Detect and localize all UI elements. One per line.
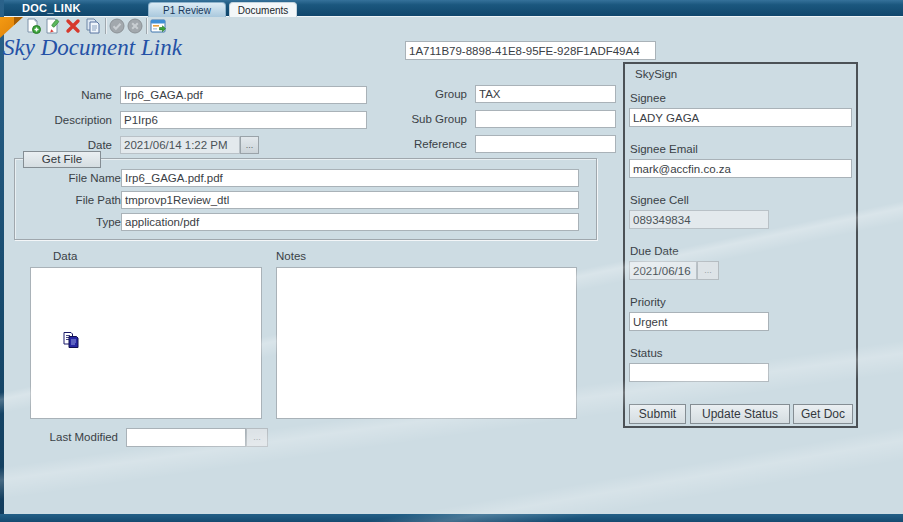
due-date-input[interactable] (629, 261, 697, 280)
tab-p1-review[interactable]: P1 Review (148, 2, 226, 17)
description-input[interactable] (120, 111, 367, 129)
submit-button[interactable]: Submit (629, 404, 686, 424)
add-document-icon[interactable] (25, 18, 41, 34)
sub-group-input[interactable] (475, 110, 616, 128)
status-input[interactable] (629, 363, 769, 382)
form-viewer-icon[interactable] (150, 18, 166, 34)
signee-cell-label: Signee Cell (630, 194, 689, 206)
notes-box[interactable] (276, 267, 577, 419)
get-doc-button[interactable]: Get Doc (793, 404, 853, 424)
last-modified-label: Last Modified (36, 431, 118, 443)
description-label: Description (30, 114, 112, 126)
priority-label: Priority (630, 296, 666, 308)
tab-documents[interactable]: Documents (229, 2, 297, 17)
date-input[interactable] (120, 136, 240, 154)
name-label: Name (30, 89, 112, 101)
file-name-input[interactable] (121, 169, 579, 187)
copy-document-icon[interactable] (85, 18, 101, 34)
data-label: Data (53, 250, 77, 262)
file-path-input[interactable] (121, 191, 579, 209)
page-title: Sky Document Link (3, 35, 182, 61)
reference-label: Reference (387, 138, 467, 150)
toolbar-separator (105, 18, 106, 34)
signee-email-input[interactable] (629, 159, 852, 178)
copy-pages-icon (63, 332, 80, 352)
reference-input[interactable] (475, 135, 616, 153)
doc-link-window: DOC_LINK P1 Review Documents (0, 0, 903, 522)
toolbar-separator (146, 18, 147, 34)
group-label: Group (387, 88, 467, 100)
signee-input[interactable] (629, 108, 852, 127)
file-path-label: File Path (39, 194, 121, 206)
status-label: Status (630, 347, 663, 359)
last-modified-input[interactable] (126, 428, 246, 447)
date-browse-button[interactable]: ... (240, 136, 259, 154)
file-name-label: File Name (39, 172, 121, 184)
get-file-button[interactable]: Get File (23, 151, 101, 168)
signee-cell-input[interactable] (629, 210, 769, 229)
window-left-edge (0, 0, 4, 522)
reject-icon (127, 18, 143, 34)
last-modified-browse-button[interactable]: ... (246, 428, 268, 447)
skysign-title: SkySign (635, 68, 677, 80)
window-title: DOC_LINK (22, 2, 81, 14)
guid-field[interactable] (405, 41, 656, 60)
notes-label: Notes (276, 250, 306, 262)
signee-email-label: Signee Email (630, 143, 698, 155)
signee-label: Signee (630, 92, 666, 104)
skysign-panel: SkySign Signee Signee Email Signee Cell … (623, 62, 858, 428)
group-input[interactable] (475, 85, 616, 103)
type-input[interactable] (121, 213, 579, 231)
due-date-label: Due Date (630, 245, 679, 257)
sub-group-label: Sub Group (387, 113, 467, 125)
title-bar: DOC_LINK (0, 0, 903, 17)
date-label: Date (30, 139, 112, 151)
due-date-browse-button[interactable]: ... (697, 261, 719, 280)
approve-icon (109, 18, 125, 34)
update-status-button[interactable]: Update Status (690, 404, 790, 424)
delete-icon[interactable] (65, 18, 81, 34)
type-label: Type (39, 216, 121, 228)
window-bottom-edge (0, 514, 903, 522)
data-box[interactable] (30, 267, 262, 419)
edit-document-icon[interactable] (45, 18, 61, 34)
file-groupbox: Get File File Name File Path Type (14, 158, 597, 240)
name-input[interactable] (120, 86, 367, 104)
priority-input[interactable] (629, 312, 769, 331)
